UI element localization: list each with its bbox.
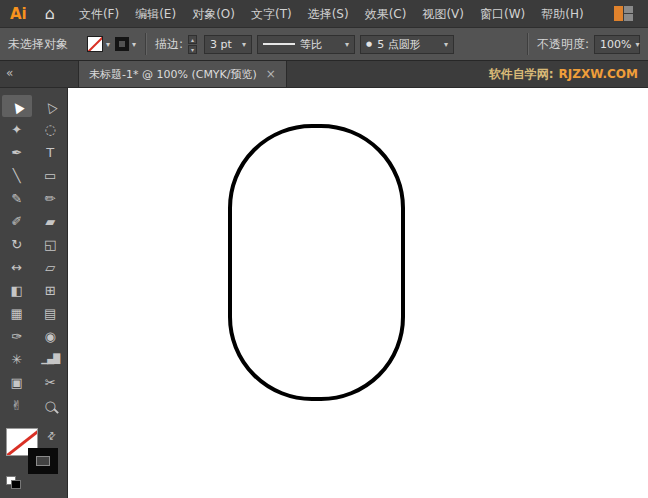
selection-tool[interactable]: ▲ <box>2 95 32 117</box>
stroke-profile-label: 等比 <box>300 37 322 52</box>
selection-status-label: 未选择对象 <box>8 36 68 53</box>
stroke-color-swatch[interactable] <box>115 37 129 51</box>
document-tab[interactable]: 未标题-1* @ 100% (CMYK/预览) × <box>78 61 287 87</box>
selection-tool-icon: ▲ <box>8 97 25 115</box>
stepper-up-icon[interactable]: ▴ <box>188 35 197 44</box>
direct-selection-tool[interactable]: △ <box>35 95 65 117</box>
paintbrush-tool-icon: ✎ <box>11 191 22 206</box>
stroke-width-field[interactable]: 3 pt ▾ <box>204 35 252 54</box>
paintbrush-tool[interactable]: ✎ <box>2 187 32 209</box>
separator <box>145 33 146 55</box>
hand-tool[interactable]: ✌ <box>2 394 32 416</box>
document-tab-bar: « 未标题-1* @ 100% (CMYK/预览) × 软件自学网: RJZXW… <box>0 61 648 88</box>
width-tool[interactable]: ↔ <box>2 256 32 278</box>
brush-dropdown-arrow[interactable]: ▾ <box>440 40 448 49</box>
home-icon[interactable]: ⌂ <box>45 4 55 23</box>
type-tool[interactable]: T <box>35 141 65 163</box>
watermark-url-label: RJZXW.COM <box>559 67 638 81</box>
blob-brush-tool[interactable]: ✐ <box>2 210 32 232</box>
opacity-field[interactable]: 100% ▾ <box>594 35 640 54</box>
scale-tool[interactable]: ◱ <box>35 233 65 255</box>
stroke-width-stepper[interactable]: ▴ ▾ <box>188 35 197 54</box>
rectangle-tool[interactable]: ▭ <box>35 164 65 186</box>
blob-brush-tool-icon: ✐ <box>11 214 22 229</box>
type-tool-icon: T <box>46 145 54 160</box>
stroke-profile-dropdown[interactable]: 等比 ▾ <box>257 35 355 54</box>
brush-definition-dropdown[interactable]: ● 5 点圆形 ▾ <box>360 35 454 54</box>
artboard-canvas[interactable] <box>68 88 648 498</box>
pencil-tool-icon: ✏ <box>45 191 56 206</box>
zoom-tool[interactable]: ○ <box>35 394 65 416</box>
line-segment-tool-icon: ╲ <box>13 168 21 183</box>
default-fill-stroke-icon[interactable] <box>6 476 21 489</box>
brush-definition-label: 5 点圆形 <box>377 37 421 52</box>
lasso-tool-icon: ◌ <box>45 122 56 137</box>
tools-grid: ▲ △ ✦ ◌ ✒ T ╲ ▭ ✎ ✏ ✐ ▰ ↻ ◱ ↔ ▱ ◧ ⊞ ▦ ▤ <box>0 95 67 416</box>
symbol-sprayer-tool[interactable]: ✳ <box>2 348 32 370</box>
column-graph-tool[interactable]: ▁▄█ <box>35 348 65 370</box>
opacity-dropdown-arrow[interactable]: ▾ <box>631 40 639 49</box>
rounded-rectangle-shape[interactable] <box>228 124 405 401</box>
shape-builder-tool[interactable]: ◧ <box>2 279 32 301</box>
menu-file[interactable]: 文件(F) <box>71 0 127 28</box>
magic-wand-tool[interactable]: ✦ <box>2 118 32 140</box>
toolbar-collapse-icon[interactable]: « <box>6 66 13 80</box>
blend-tool-icon: ◉ <box>45 329 56 344</box>
slice-tool[interactable]: ✂ <box>35 371 65 393</box>
tools-panel: ▲ △ ✦ ◌ ✒ T ╲ ▭ ✎ ✏ ✐ ▰ ↻ ◱ ↔ ▱ ◧ ⊞ ▦ ▤ <box>0 88 68 498</box>
zoom-tool-icon: ○ <box>45 398 56 413</box>
gradient-tool[interactable]: ▤ <box>35 302 65 324</box>
brush-preview-dot: ● <box>366 40 372 48</box>
fill-dropdown-arrow[interactable]: ▾ <box>106 40 110 49</box>
stroke-swatch-black[interactable] <box>28 448 58 474</box>
menu-window[interactable]: 窗口(W) <box>472 0 533 28</box>
stroke-width-dropdown-arrow[interactable]: ▾ <box>238 40 246 49</box>
stepper-down-icon[interactable]: ▾ <box>188 45 197 54</box>
eraser-tool[interactable]: ▰ <box>35 210 65 232</box>
lasso-tool[interactable]: ◌ <box>35 118 65 140</box>
stroke-width-label: 描边: <box>155 36 183 53</box>
menu-select[interactable]: 选择(S) <box>300 0 357 28</box>
blend-tool[interactable]: ◉ <box>35 325 65 347</box>
fill-stroke-panel: ⇄ <box>0 428 67 498</box>
pencil-tool[interactable]: ✏ <box>35 187 65 209</box>
workspace-switcher-icon[interactable] <box>614 6 634 21</box>
watermark: 软件自学网: RJZXW.COM <box>489 61 638 87</box>
perspective-grid-tool[interactable]: ⊞ <box>35 279 65 301</box>
opacity-label: 不透明度: <box>537 36 589 53</box>
opacity-group: 不透明度: 100% ▾ <box>523 33 640 55</box>
control-bar: 未选择对象 ▾ ▾ 描边: ▴ ▾ 3 pt ▾ 等比 ▾ ● 5 点圆形 ▾ … <box>0 28 648 61</box>
tab-close-icon[interactable]: × <box>266 67 276 81</box>
menu-type[interactable]: 文字(T) <box>243 0 300 28</box>
stroke-dropdown-arrow[interactable]: ▾ <box>132 40 136 49</box>
pen-tool[interactable]: ✒ <box>2 141 32 163</box>
magic-wand-tool-icon: ✦ <box>11 122 22 137</box>
profile-dropdown-arrow[interactable]: ▾ <box>341 40 349 49</box>
width-tool-icon: ↔ <box>11 260 22 275</box>
free-transform-tool[interactable]: ▱ <box>35 256 65 278</box>
scale-tool-icon: ◱ <box>44 237 56 252</box>
artboard-tool-icon: ▣ <box>11 375 23 390</box>
menu-edit[interactable]: 编辑(E) <box>127 0 184 28</box>
menu-help[interactable]: 帮助(H) <box>533 0 591 28</box>
menu-effect[interactable]: 效果(C) <box>357 0 415 28</box>
eyedropper-tool[interactable]: ✑ <box>2 325 32 347</box>
watermark-site-label: 软件自学网: <box>489 66 554 83</box>
shape-builder-tool-icon: ◧ <box>11 283 23 298</box>
line-segment-tool[interactable]: ╲ <box>2 164 32 186</box>
artboard-tool[interactable]: ▣ <box>2 371 32 393</box>
rectangle-tool-icon: ▭ <box>44 168 56 183</box>
document-tab-title: 未标题-1* @ 100% (CMYK/预览) <box>89 67 257 82</box>
swap-fill-stroke-icon[interactable]: ⇄ <box>44 429 58 443</box>
stroke-profile-preview <box>263 43 295 45</box>
free-transform-tool-icon: ▱ <box>45 260 55 275</box>
menu-view[interactable]: 视图(V) <box>414 0 472 28</box>
direct-selection-tool-icon: △ <box>42 97 59 115</box>
opacity-value: 100% <box>600 38 631 51</box>
menu-object[interactable]: 对象(O) <box>184 0 243 28</box>
mesh-tool[interactable]: ▦ <box>2 302 32 324</box>
eyedropper-tool-icon: ✑ <box>11 329 22 344</box>
hand-tool-icon: ✌ <box>11 398 22 413</box>
rotate-tool[interactable]: ↻ <box>2 233 32 255</box>
fill-color-swatch[interactable] <box>87 36 103 52</box>
